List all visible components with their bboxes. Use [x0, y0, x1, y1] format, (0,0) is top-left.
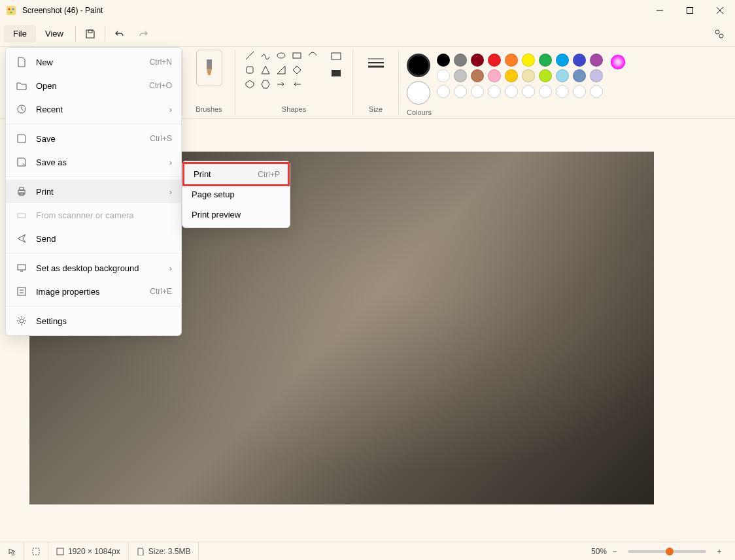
svg-point-1	[9, 8, 10, 10]
color-swatch[interactable]	[539, 54, 552, 67]
svg-point-10	[719, 34, 723, 38]
color-swatch[interactable]	[590, 69, 603, 82]
color-swatch[interactable]	[454, 69, 467, 82]
svg-line-14	[246, 52, 254, 59]
color-swatch[interactable]	[590, 54, 603, 67]
svg-rect-36	[57, 548, 63, 555]
color-palette-row2	[437, 69, 604, 82]
settings-gear-icon[interactable]	[708, 24, 731, 44]
svg-point-3	[10, 12, 12, 14]
undo-button[interactable]	[108, 24, 131, 44]
save-icon	[15, 132, 28, 145]
document-icon	[15, 56, 28, 69]
file-menu-button[interactable]: File	[4, 25, 36, 42]
custom-color-slot[interactable]	[437, 85, 450, 98]
custom-color-slot[interactable]	[522, 85, 535, 98]
color-swatch[interactable]	[522, 69, 535, 82]
custom-color-slot[interactable]	[590, 85, 603, 98]
save-icon-button[interactable]	[78, 24, 102, 44]
minimize-button[interactable]	[645, 0, 675, 21]
color-swatch[interactable]	[505, 54, 518, 67]
color-swatch[interactable]	[471, 69, 484, 82]
file-save[interactable]: Save Ctrl+S	[6, 127, 181, 150]
svg-rect-0	[7, 6, 16, 15]
svg-rect-13	[207, 59, 212, 69]
color-swatch[interactable]	[488, 54, 501, 67]
custom-color-slot[interactable]	[556, 85, 569, 98]
file-set-desktop[interactable]: Set as desktop background ›	[6, 256, 181, 280]
color-swatch[interactable]	[505, 69, 518, 82]
file-scanner: From scannner or camera	[6, 203, 181, 227]
send-icon	[15, 232, 28, 245]
close-button[interactable]	[705, 0, 735, 21]
zoom-in-button[interactable]: +	[711, 547, 727, 556]
file-properties[interactable]: Image properties Ctrl+E	[6, 280, 181, 303]
brushes-button[interactable]	[196, 50, 222, 86]
svg-point-34	[20, 319, 24, 323]
print-submenu-print[interactable]: Print Ctrl+P	[182, 162, 290, 186]
color-swatch[interactable]	[556, 54, 569, 67]
paint-app-icon	[5, 5, 17, 16]
svg-rect-17	[247, 67, 253, 73]
custom-color-slot[interactable]	[573, 85, 586, 98]
secondary-color[interactable]	[407, 81, 430, 105]
print-submenu-page-setup[interactable]: Page setup	[182, 184, 290, 205]
color-swatch[interactable]	[454, 54, 467, 67]
properties-icon	[15, 285, 28, 298]
svg-rect-16	[293, 53, 301, 58]
chevron-right-icon: ›	[169, 187, 172, 197]
zoom-level: 50%	[591, 547, 607, 556]
shapes-label: Shapes	[282, 105, 306, 116]
redo-button[interactable]	[131, 24, 155, 44]
file-print[interactable]: Print ›	[6, 180, 181, 203]
edit-colors-button[interactable]	[609, 54, 629, 73]
svg-rect-31	[18, 288, 26, 295]
file-recent[interactable]: Recent ›	[6, 97, 181, 121]
svg-point-15	[277, 53, 285, 58]
color-swatch[interactable]	[488, 69, 501, 82]
maximize-button[interactable]	[675, 0, 705, 21]
status-bar: 1920 × 1084px Size: 3.5MB 50% − +	[0, 542, 735, 560]
file-settings[interactable]: Settings	[6, 309, 181, 333]
shapes-gallery[interactable]	[244, 50, 320, 90]
svg-rect-5	[687, 8, 693, 14]
cursor-position	[8, 542, 24, 560]
file-new[interactable]: New Ctrl+N	[6, 50, 181, 74]
desktop-icon	[15, 261, 28, 274]
shape-outline-button[interactable]	[328, 50, 345, 63]
custom-color-slot[interactable]	[488, 85, 501, 98]
image-dimensions: 1920 × 1084px	[48, 542, 129, 560]
view-menu-button[interactable]: View	[36, 25, 73, 42]
gear-icon	[15, 314, 28, 327]
print-submenu-preview[interactable]: Print preview	[182, 205, 290, 225]
svg-rect-19	[332, 70, 341, 76]
zoom-slider[interactable]	[628, 550, 706, 553]
brushes-label: Brushes	[196, 105, 222, 116]
file-open[interactable]: Open Ctrl+O	[6, 74, 181, 97]
file-send[interactable]: Send	[6, 227, 181, 250]
primary-color[interactable]	[407, 54, 430, 77]
svg-rect-28	[18, 214, 26, 218]
zoom-out-button[interactable]: −	[607, 547, 623, 556]
color-swatch[interactable]	[539, 69, 552, 82]
file-size: Size: 3.5MB	[129, 542, 199, 560]
custom-color-slot[interactable]	[471, 85, 484, 98]
chevron-right-icon: ›	[169, 157, 172, 167]
size-button[interactable]	[363, 50, 389, 76]
shape-fill-button[interactable]	[328, 67, 345, 80]
color-swatch[interactable]	[573, 69, 586, 82]
color-swatch[interactable]	[471, 54, 484, 67]
color-swatch[interactable]	[556, 69, 569, 82]
svg-rect-26	[20, 188, 24, 190]
custom-color-slot[interactable]	[505, 85, 518, 98]
color-swatch[interactable]	[573, 54, 586, 67]
file-dropdown-menu: New Ctrl+N Open Ctrl+O Recent › Save Ctr…	[5, 47, 182, 336]
svg-point-23	[611, 55, 625, 69]
color-swatch[interactable]	[522, 54, 535, 67]
color-swatch[interactable]	[437, 69, 450, 82]
custom-color-slot[interactable]	[454, 85, 467, 98]
custom-color-slot[interactable]	[539, 85, 552, 98]
chevron-right-icon: ›	[169, 263, 172, 273]
color-swatch[interactable]	[437, 54, 450, 67]
file-save-as[interactable]: Save as ›	[6, 150, 181, 174]
